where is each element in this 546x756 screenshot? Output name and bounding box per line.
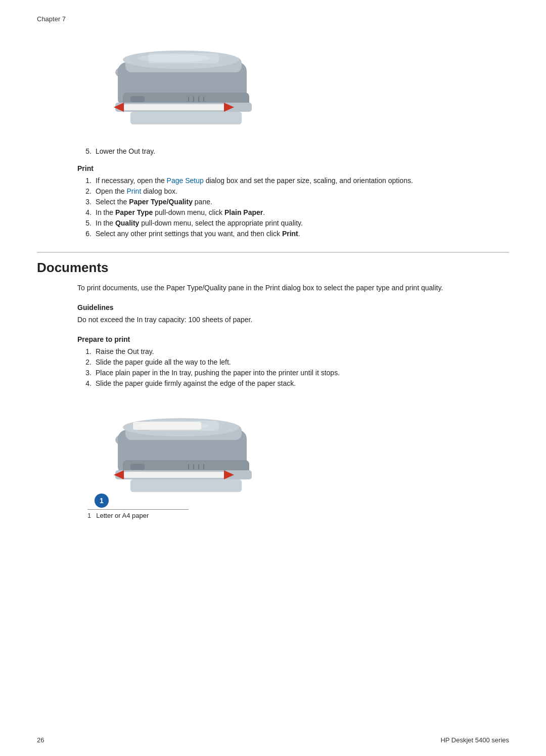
- step-text: If necessary, open the Page Setup dialog…: [96, 176, 509, 185]
- caption-number: 1: [87, 512, 91, 519]
- step-text: Open the Print dialog box.: [96, 187, 509, 195]
- page-footer: 26 HP Deskjet 5400 series: [37, 736, 509, 744]
- print-step-1: 1. If necessary, open the Page Setup dia…: [77, 176, 509, 185]
- step-text: Lower the Out tray.: [96, 147, 509, 155]
- step-text: Select any other print settings that you…: [96, 230, 509, 238]
- step-text: In the Quality pull-down menu, select th…: [96, 219, 509, 227]
- step-number: 3.: [77, 369, 92, 377]
- prepare-step-3: 3. Place plain paper in the In tray, pus…: [77, 369, 509, 377]
- step-text: Slide the paper guide all the way to the…: [96, 358, 509, 366]
- printer-illustration-bottom: [87, 399, 259, 501]
- guidelines-text: Do not exceed the In tray capacity: 100 …: [77, 315, 509, 325]
- step-number: 4.: [77, 208, 92, 216]
- svg-rect-28: [130, 479, 242, 492]
- print-step-5: 5. In the Quality pull-down menu, select…: [77, 219, 509, 227]
- prepare-step-4: 4. Slide the paper guide firmly against …: [77, 379, 509, 387]
- step-number: 2.: [77, 358, 92, 366]
- print-heading: Print: [77, 164, 509, 172]
- printer-image-bottom-container: 1: [87, 399, 259, 501]
- documents-intro: To print documents, use the Paper Type/Q…: [77, 283, 509, 293]
- svg-rect-11: [130, 96, 145, 102]
- page-content: Chapter 7: [0, 0, 546, 550]
- print-section: Print 1. If necessary, open the Page Set…: [77, 164, 509, 238]
- step-number: 5.: [77, 219, 92, 227]
- step-text: Place plain paper in the In tray, pushin…: [96, 369, 509, 377]
- prepare-step-2: 2. Slide the paper guide all the way to …: [77, 358, 509, 366]
- prepare-step-1: 1. Raise the Out tray.: [77, 347, 509, 355]
- step5-top: 5. Lower the Out tray.: [77, 147, 509, 155]
- step-number: 5.: [77, 147, 92, 155]
- print-step-4: 4. In the Paper Type pull-down menu, cli…: [77, 208, 509, 216]
- step-number: 6.: [77, 230, 92, 238]
- svg-point-34: [138, 422, 209, 430]
- caption-line: 1 Letter or A4 paper: [87, 509, 189, 519]
- svg-rect-26: [124, 472, 225, 478]
- print-step-6: 6. Select any other print settings that …: [77, 230, 509, 238]
- print-link[interactable]: Print: [127, 187, 142, 195]
- printer-illustration-top: [87, 32, 259, 133]
- step-item: 5. Lower the Out tray.: [77, 147, 509, 155]
- chapter-label: Chapter 7: [37, 15, 509, 23]
- page-setup-link[interactable]: Page Setup: [167, 176, 204, 185]
- callout-circle: 1: [95, 494, 109, 508]
- step-number: 1.: [77, 347, 92, 355]
- guidelines-heading: Guidelines: [77, 303, 509, 312]
- step-text: Raise the Out tray.: [96, 347, 509, 355]
- printer-image-top: [87, 32, 509, 133]
- prepare-heading: Prepare to print: [77, 335, 509, 343]
- step-text: Slide the paper guide firmly against the…: [96, 379, 509, 387]
- svg-rect-8: [124, 104, 225, 110]
- step-text: In the Paper Type pull-down menu, click …: [96, 208, 509, 216]
- prepare-steps: 1. Raise the Out tray. 2. Slide the pape…: [77, 347, 509, 387]
- svg-rect-10: [130, 112, 242, 124]
- step-number: 1.: [77, 176, 92, 185]
- step-text: Select the Paper Type/Quality pane.: [96, 198, 509, 206]
- product-name: HP Deskjet 5400 series: [440, 736, 509, 744]
- svg-rect-29: [130, 464, 145, 470]
- documents-heading: Documents: [37, 252, 509, 276]
- step-number: 3.: [77, 198, 92, 206]
- print-step-2: 2. Open the Print dialog box.: [77, 187, 509, 195]
- svg-point-16: [138, 54, 209, 62]
- step-number: 4.: [77, 379, 92, 387]
- print-step-3: 3. Select the Paper Type/Quality pane.: [77, 198, 509, 206]
- caption-text: Letter or A4 paper: [96, 512, 149, 519]
- step-number: 2.: [77, 187, 92, 195]
- page-number: 26: [37, 736, 44, 744]
